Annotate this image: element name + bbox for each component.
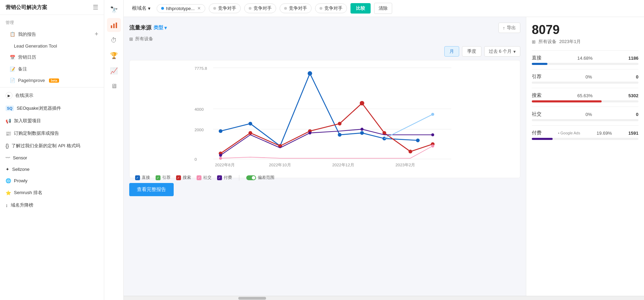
compare-button[interactable]: 比较 bbox=[350, 3, 371, 14]
icon-strip: 🔭 ⏱ 🏆 📈 🖥 bbox=[104, 0, 124, 300]
notes-item[interactable]: 📝 备注 bbox=[0, 63, 104, 75]
top-bar: 根域名 ▾ hlhprototype... ✕ 竞争对手 竞争对手 竞争对手 竞… bbox=[124, 0, 644, 17]
sidebar-menu-icon[interactable]: ☰ bbox=[93, 3, 98, 11]
domain-rank-label: 域名升降榜 bbox=[11, 202, 33, 208]
own-domain-close[interactable]: ✕ bbox=[197, 6, 201, 11]
sidebar-header: 营销公司解决方案 ☰ bbox=[0, 0, 104, 15]
competitor-chip-4[interactable]: 竞争对手 bbox=[315, 3, 347, 13]
domain-selector[interactable]: 根域名 ▾ bbox=[129, 4, 153, 13]
search-checkbox[interactable]: ✓ bbox=[176, 175, 181, 180]
content-area: 流量来源 类型 ▾ ↑ 导出 ⊞ 所有设备 月 季度 bbox=[124, 17, 644, 296]
sellzone-icon: ✦ bbox=[6, 167, 9, 172]
range-selector[interactable]: 过去 6 个月 ▾ bbox=[484, 46, 520, 57]
stat-direct-bar bbox=[532, 63, 547, 65]
paid-checkbox[interactable]: ✓ bbox=[217, 175, 222, 180]
svg-point-19 bbox=[338, 133, 342, 137]
direct-checkbox[interactable]: ✓ bbox=[135, 175, 140, 180]
marketing-calendar-item[interactable]: 📅 营销日历 bbox=[0, 51, 104, 63]
custom-api-item[interactable]: {} 了解过我们全新的定制 API 格式吗 bbox=[0, 140, 104, 152]
stat-social-bar-bg bbox=[532, 119, 638, 121]
deviation-label: 偏差范围 bbox=[258, 175, 274, 181]
page-improve-item[interactable]: 📄 PageImprove beta bbox=[0, 75, 104, 86]
trophy-icon-btn[interactable]: 🏆 bbox=[107, 49, 121, 62]
legend-direct[interactable]: ✓ 直接 bbox=[135, 175, 150, 181]
bar-chart-icon-btn[interactable] bbox=[107, 18, 121, 32]
online-demo-item[interactable]: ▶ 在线演示 bbox=[0, 89, 104, 102]
stat-paid-header: 付费 • Google Ads 19.69% 1591 bbox=[532, 130, 638, 136]
sellzone-item[interactable]: ✦ Sellzone bbox=[0, 164, 104, 175]
referral-checkbox[interactable]: ✓ bbox=[156, 175, 160, 180]
chart-title-prefix: 流量来源 bbox=[129, 24, 151, 32]
domain-rank-icon: ↕ bbox=[6, 203, 8, 208]
own-domain-dot bbox=[161, 7, 164, 10]
seoquake-label: SEOquake浏览器插件 bbox=[17, 105, 61, 111]
view-report-button[interactable]: 查看完整报告 bbox=[129, 183, 174, 196]
comp2-label: 竞争对手 bbox=[254, 5, 272, 11]
horizontal-scrollbar[interactable] bbox=[124, 296, 644, 300]
stat-search-bar-bg bbox=[532, 100, 638, 102]
social-checkbox[interactable]: ✓ bbox=[197, 175, 201, 180]
affiliate-item[interactable]: 📢 加入联盟项目 bbox=[0, 115, 104, 127]
clear-button[interactable]: 清除 bbox=[374, 3, 392, 14]
legend-social[interactable]: ✓ 社交 bbox=[197, 175, 212, 181]
reports-icon: 📋 bbox=[10, 32, 15, 37]
svg-point-32 bbox=[219, 154, 222, 157]
legend-divider bbox=[239, 175, 239, 181]
stat-referral-label: 引荐 bbox=[532, 74, 542, 80]
stats-divider-3 bbox=[532, 107, 638, 107]
stat-search-label: 搜索 bbox=[532, 92, 542, 99]
subscribe-db-label: 订购定制数据库或报告 bbox=[14, 130, 59, 136]
manage-label: 管理 bbox=[0, 15, 104, 28]
legend-referral[interactable]: ✓ 引荐 bbox=[156, 175, 171, 181]
history-icon-btn[interactable]: ⏱ bbox=[107, 33, 121, 47]
monitor-icon-btn[interactable]: 🖥 bbox=[107, 79, 121, 93]
svg-point-16 bbox=[248, 122, 252, 126]
online-demo-label: 在线演示 bbox=[15, 92, 33, 99]
stat-direct: 直接 14.68% 1186 bbox=[532, 55, 638, 65]
scrollbar-thumb[interactable] bbox=[238, 297, 266, 300]
comp4-dot bbox=[320, 7, 322, 10]
stat-paid-label: 付费 bbox=[532, 130, 542, 136]
seoquake-icon: SQ bbox=[6, 106, 14, 111]
add-report-icon[interactable]: + bbox=[94, 31, 98, 38]
svg-text:7775.8: 7775.8 bbox=[195, 66, 207, 70]
domain-rank-item[interactable]: ↕ 域名升降榜 bbox=[0, 199, 104, 211]
my-reports-item[interactable]: 📋 我的报告 + bbox=[0, 28, 104, 41]
subscribe-db-item[interactable]: 📰 订购定制数据库或报告 bbox=[0, 127, 104, 140]
stat-referral-val: 0 bbox=[636, 74, 638, 80]
quarter-period-btn[interactable]: 季度 bbox=[462, 46, 481, 57]
device-label: 所有设备 bbox=[135, 36, 153, 42]
sensor-item[interactable]: 〰 Sensor bbox=[0, 152, 104, 164]
competitor-chip-1[interactable]: 竞争对手 bbox=[209, 3, 241, 13]
semrush-rank-item[interactable]: ⭐ Semrush 排名 bbox=[0, 186, 104, 199]
telescope-icon-btn[interactable]: 🔭 bbox=[107, 3, 121, 17]
affiliate-label: 加入联盟项目 bbox=[14, 118, 41, 124]
line-chart-icon-btn[interactable]: 📈 bbox=[107, 64, 121, 78]
seoquake-item[interactable]: SQ SEOquake浏览器插件 bbox=[0, 102, 104, 115]
domain-chip-own[interactable]: hlhprototype... ✕ bbox=[157, 4, 205, 13]
sellzone-label: Sellzone bbox=[12, 167, 30, 172]
svg-text:0: 0 bbox=[195, 157, 197, 161]
competitor-chip-2[interactable]: 竞争对手 bbox=[244, 3, 276, 13]
export-button[interactable]: ↑ 导出 bbox=[498, 23, 521, 33]
stat-social: 社交 0% 0 bbox=[532, 111, 638, 121]
stats-divider-2 bbox=[532, 88, 638, 88]
legend-deviation[interactable]: 偏差范围 bbox=[246, 175, 274, 181]
sidebar: 营销公司解决方案 ☰ 管理 📋 我的报告 + Lead Generation T… bbox=[0, 0, 104, 300]
deviation-toggle[interactable] bbox=[246, 175, 256, 180]
stat-direct-header: 直接 14.68% 1186 bbox=[532, 55, 638, 61]
svg-point-24 bbox=[248, 131, 252, 135]
prowly-item[interactable]: 🌐 Prowly bbox=[0, 175, 104, 186]
export-label: 导出 bbox=[507, 25, 516, 31]
competitor-chip-3[interactable]: 竞争对手 bbox=[280, 3, 312, 13]
stat-direct-pct: 14.68% bbox=[577, 56, 593, 61]
lead-gen-item[interactable]: Lead Generation Tool bbox=[0, 41, 104, 51]
chart-section: 流量来源 类型 ▾ ↑ 导出 ⊞ 所有设备 月 季度 bbox=[124, 17, 526, 296]
legend-paid[interactable]: ✓ 付费 bbox=[217, 175, 232, 181]
chart-type-badge[interactable]: 类型 ▾ bbox=[154, 25, 167, 31]
api-icon: {} bbox=[6, 143, 9, 149]
month-period-btn[interactable]: 月 bbox=[444, 46, 459, 57]
notes-icon: 📝 bbox=[10, 67, 15, 72]
legend-search[interactable]: ✓ 搜索 bbox=[176, 175, 191, 181]
chart-svg: 7775.8 4000 2000 0 2022年8月 2022年10月 2022… bbox=[135, 66, 514, 170]
